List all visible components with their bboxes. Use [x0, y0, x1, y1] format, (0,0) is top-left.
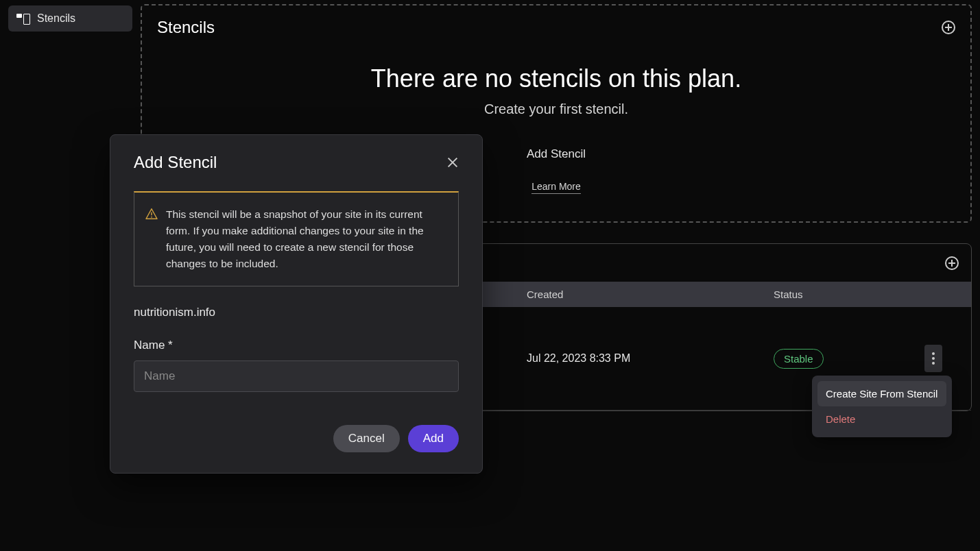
- add-stencil-icon[interactable]: [945, 256, 959, 270]
- column-created: Created: [527, 289, 774, 300]
- menu-create-site[interactable]: Create Site From Stencil: [817, 381, 946, 406]
- sidebar-item-stencils[interactable]: Stencils: [8, 5, 132, 32]
- row-actions-button[interactable]: [924, 345, 942, 372]
- add-stencil-icon[interactable]: [942, 21, 955, 34]
- column-status: Status: [774, 289, 924, 300]
- row-actions-menu: Create Site From Stencil Delete: [812, 376, 952, 437]
- row-created: Jul 22, 2023 8:33 PM: [527, 352, 774, 365]
- learn-more-link[interactable]: Learn More: [531, 181, 581, 194]
- add-button[interactable]: Add: [408, 425, 459, 452]
- panel-title: Stencils: [157, 18, 215, 37]
- name-input[interactable]: [134, 360, 459, 392]
- menu-delete[interactable]: Delete: [817, 406, 946, 432]
- warning-icon: [145, 208, 158, 219]
- status-badge: Stable: [774, 349, 824, 369]
- site-name: nutritionism.info: [134, 306, 459, 319]
- cancel-button[interactable]: Cancel: [333, 425, 400, 452]
- empty-heading: There are no stencils on this plan.: [157, 64, 955, 93]
- close-icon[interactable]: [446, 156, 459, 169]
- add-stencil-modal: Add Stencil This stencil will be a snaps…: [110, 134, 483, 474]
- warning-box: This stencil will be a snapshot of your …: [134, 191, 459, 286]
- name-label: Name *: [134, 339, 459, 352]
- sidebar-item-label: Stencils: [37, 12, 75, 25]
- stencils-icon: [16, 14, 29, 23]
- modal-title: Add Stencil: [134, 153, 217, 172]
- warning-text: This stencil will be a snapshot of your …: [166, 208, 424, 269]
- svg-point-1: [151, 217, 152, 218]
- empty-subheading: Create your first stencil.: [157, 101, 955, 117]
